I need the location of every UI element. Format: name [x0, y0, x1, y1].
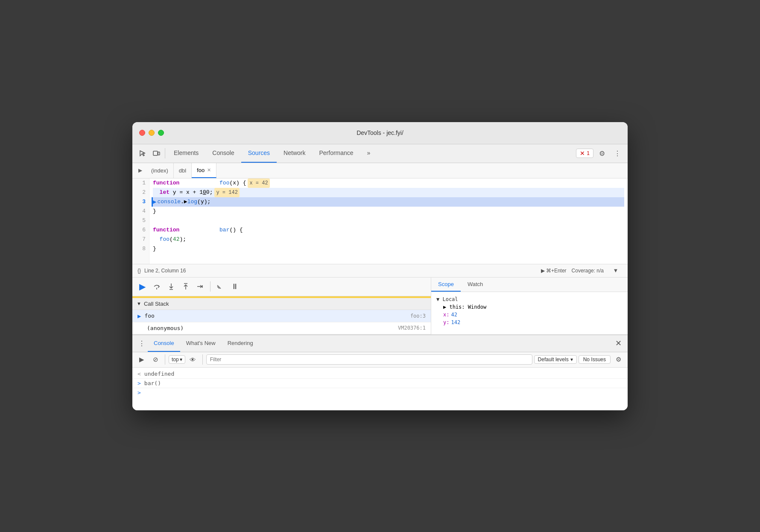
code-line-7: foo ( 42 ); [153, 235, 624, 244]
tab-elements[interactable]: Elements [167, 144, 205, 163]
tab-performance[interactable]: Performance [312, 144, 360, 163]
settings-button[interactable]: ⚙ [595, 146, 609, 160]
run-snippet-button[interactable]: ▶ ⌘+Enter [541, 268, 567, 274]
format-button[interactable]: {} [137, 268, 141, 274]
console-toolbar: ▶ ⊘ top ▾ 👁 Default levels ▾ No Issues ⚙ [132, 352, 628, 368]
eye-button[interactable]: 👁 [187, 354, 199, 365]
maximize-button[interactable] [158, 130, 164, 136]
line-number-6: 6 [136, 225, 146, 235]
chevron-down-icon: ▾ [180, 357, 182, 362]
code-line-1: function foo (x) { x = 42 [153, 178, 624, 188]
scope-local-header[interactable]: ▼ Local [436, 295, 623, 303]
default-levels-button[interactable]: Default levels ▾ [534, 355, 577, 364]
scope-y-item: y: 142 [436, 319, 623, 326]
console-menu-button[interactable]: ⋮ [136, 337, 148, 349]
error-count: 1 [587, 150, 590, 156]
pause-exceptions-button[interactable]: ⏸ [228, 280, 241, 293]
code-line-8: } [153, 244, 624, 254]
expand-panel-button[interactable]: ▶ [134, 164, 146, 176]
code-line-5 [153, 216, 624, 225]
svg-rect-1 [158, 152, 160, 155]
devtools-toolbar: Elements Console Sources Network Perform… [132, 144, 628, 163]
step-out-button[interactable] [179, 280, 192, 293]
error-badge[interactable]: ✕ 1 [576, 149, 593, 158]
code-editor: 1 2 3 4 5 6 7 8 function foo (x) { x = 4… [132, 178, 628, 278]
console-divider-2 [202, 354, 203, 365]
console-output: < undefined > bar() > [132, 368, 628, 410]
breakpoint-arrow: ▶ [153, 197, 156, 207]
scope-content: ▼ Local ▶ this: Window x: 42 y: 142 [431, 292, 628, 331]
tab-network[interactable]: Network [277, 144, 312, 163]
tab-sources[interactable]: Sources [241, 144, 277, 163]
line-number-5: 5 [136, 216, 146, 225]
scope-local-group: ▼ Local ▶ this: Window x: 42 y: 142 [436, 295, 623, 326]
console-area: ⋮ Console What's New Rendering ✕ ▶ ⊘ top… [132, 335, 628, 410]
file-tab-index[interactable]: (index) [146, 163, 174, 178]
file-tab-close-foo[interactable]: ✕ [207, 167, 211, 173]
minimize-button[interactable] [149, 130, 155, 136]
status-bar-right: ▶ ⌘+Enter Coverage: n/a ▼ [541, 264, 623, 278]
resume-button[interactable]: ▶ [136, 280, 149, 293]
coverage-label: Coverage: n/a [572, 268, 604, 274]
top-context-selector[interactable]: top ▾ [169, 355, 185, 364]
sources-panel: ▶ (index) dbl foo ✕ 1 2 3 4 5 6 [132, 163, 628, 335]
console-tabs-bar: ⋮ Console What's New Rendering ✕ [132, 335, 628, 352]
arrow-right-icon: > [137, 380, 141, 386]
call-stack-header[interactable]: ▼ Call Stack [132, 298, 431, 310]
step-button[interactable] [194, 280, 207, 293]
call-stack-section: ▼ Call Stack ▶ foo foo:3 (anonymous) VM2… [132, 298, 431, 334]
scope-tab-scope[interactable]: Scope [431, 278, 461, 292]
device-toolbar-button[interactable] [149, 146, 163, 160]
call-stack-arrow-icon: ▶ [137, 313, 141, 319]
coverage-settings-button[interactable]: ▼ [609, 264, 623, 278]
step-over-button[interactable] [150, 280, 163, 293]
devtools-window: DevTools - jec.fyi/ Elements Console Sou… [132, 122, 628, 410]
scope-x-item: x: 42 [436, 311, 623, 319]
chevron-down-icon-2: ▾ [570, 357, 573, 362]
status-bar: {} Line 2, Column 16 ▶ ⌘+Enter Coverage:… [132, 264, 628, 278]
no-entry-button[interactable]: ⊘ [149, 354, 161, 365]
line-number-2: 2 [136, 188, 146, 197]
arrow-left-icon: < [137, 371, 141, 377]
traffic-lights [139, 130, 164, 136]
call-stack-arrow: ▼ [137, 301, 141, 306]
line-number-7: 7 [136, 235, 146, 244]
console-output-line-2: > bar() [132, 379, 628, 388]
clear-console-button[interactable]: ▶ [136, 354, 148, 365]
console-input[interactable] [143, 389, 623, 396]
cursor-position: Line 2, Column 16 [144, 268, 186, 274]
tab-more[interactable]: » [360, 144, 377, 163]
more-button[interactable]: ⋮ [611, 146, 624, 160]
console-settings-button[interactable]: ⚙ [612, 354, 624, 365]
scope-this-item[interactable]: ▶ this: Window [436, 303, 623, 311]
debugger-left: ▶ ⏸ [132, 278, 431, 334]
call-stack-item-anonymous[interactable]: (anonymous) VM20376:1 [132, 322, 431, 334]
console-prompt-icon: > [137, 389, 141, 396]
svg-rect-0 [153, 151, 158, 155]
console-tab-console[interactable]: Console [148, 335, 180, 352]
line-number-8: 8 [136, 244, 146, 254]
console-input-line: > [132, 388, 628, 397]
console-close-button[interactable]: ✕ [612, 337, 624, 349]
window-title: DevTools - jec.fyi/ [357, 129, 403, 136]
debug-toolbar: ▶ ⏸ [132, 278, 431, 296]
deactivate-breakpoints-button[interactable] [214, 280, 227, 293]
step-into-button[interactable] [165, 280, 178, 293]
call-stack-item-foo[interactable]: ▶ foo foo:3 [132, 310, 431, 322]
no-issues-button[interactable]: No Issues [579, 355, 611, 364]
error-icon: ✕ [580, 150, 585, 157]
console-tab-rendering[interactable]: Rendering [222, 335, 259, 352]
code-lines[interactable]: function foo (x) { x = 42 let y = x + 1 … [149, 178, 628, 264]
code-line-3: ▶ console . ▶ log (y); [152, 197, 624, 207]
line-number-1: 1 [136, 178, 146, 188]
console-filter-input[interactable] [206, 354, 532, 365]
code-line-2: let y = x + 1 0 0; y = 142 [153, 188, 624, 197]
console-tab-whats-new[interactable]: What's New [180, 335, 222, 352]
scope-tabs: Scope Watch [431, 278, 628, 292]
scope-tab-watch[interactable]: Watch [461, 278, 490, 292]
inspect-element-button[interactable] [136, 146, 149, 160]
tab-navigation: Elements Console Sources Network Perform… [167, 144, 576, 163]
console-divider [165, 354, 165, 365]
tab-console[interactable]: Console [205, 144, 241, 163]
close-button[interactable] [139, 130, 145, 136]
